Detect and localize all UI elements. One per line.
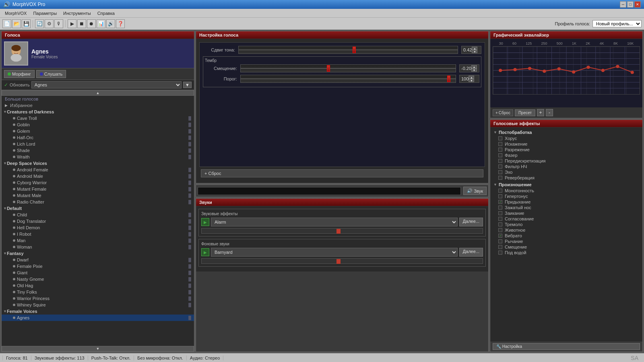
sound-button[interactable]: 🔊 Звук (463, 187, 487, 195)
bg-volume-slider[interactable] (201, 258, 483, 264)
list-item-hell-demon[interactable]: Hell Demon ▐▌ (2, 224, 194, 231)
list-item-wraith[interactable]: Wraith ▐▌ (2, 154, 194, 160)
distortion-checkbox[interactable] (498, 142, 502, 146)
threshold-up-btn[interactable]: ▲ (469, 76, 474, 79)
tremolo-checkbox[interactable] (498, 222, 502, 226)
offset-up-btn[interactable]: ▲ (471, 65, 477, 68)
effects-volume-slider[interactable] (201, 228, 483, 234)
list-item-cave-troll[interactable]: Cave Troll ▐▌ (2, 115, 194, 121)
maximize-button[interactable]: □ (627, 1, 634, 8)
list-item-mutant-female[interactable]: Mutant Female ▐▌ (2, 186, 194, 192)
category-female-voices[interactable]: ▼ Female Voices (2, 308, 194, 315)
list-item-old-hag[interactable]: Old Hag ▐▌ (2, 282, 194, 289)
morph-button[interactable]: Морфинг (4, 70, 35, 78)
pitch-up-btn[interactable]: ▲ (472, 47, 477, 50)
echo-checkbox[interactable] (498, 170, 502, 174)
animal-checkbox[interactable] (498, 228, 502, 232)
bg-more-btn[interactable]: Далее... (459, 248, 483, 257)
update-select[interactable]: Agnes (31, 81, 182, 88)
pitch-thumb[interactable] (353, 47, 356, 53)
toolbar-btn-9[interactable]: ⏺ (87, 19, 96, 28)
list-item-dog-translator[interactable]: Dog Translator ▐▌ (2, 218, 194, 224)
shift-checkbox[interactable] (498, 245, 502, 249)
list-item-android-male[interactable]: Android Male ▐▌ (2, 173, 194, 179)
pitch-down-btn[interactable]: ▼ (472, 50, 477, 53)
more-voices-item[interactable]: Больше голосов (2, 96, 194, 102)
list-item-i-robot[interactable]: I Robot ▐▌ (2, 231, 194, 237)
growl-checkbox[interactable] (498, 239, 502, 243)
agreement-checkbox[interactable] (498, 217, 502, 221)
listen-button[interactable]: Слушать (36, 70, 66, 78)
toolbar-btn-11[interactable]: 🔊 (106, 19, 115, 28)
favorites-item[interactable]: ▶ Избранное (2, 102, 194, 109)
list-item-goblin[interactable]: Goblin ▐▌ (2, 121, 194, 128)
effects-slider-thumb[interactable] (336, 229, 341, 234)
list-item-woman[interactable]: Woman ▐▌ (2, 244, 194, 250)
offset-slider[interactable] (240, 64, 456, 72)
offset-thumb[interactable] (327, 65, 330, 72)
update-arrow[interactable]: ▼ (183, 82, 192, 88)
eq-plus-btn[interactable]: + (537, 109, 544, 116)
list-item-cyborg-warrior[interactable]: Cyborg Warrior ▐▌ (2, 179, 194, 186)
list-item-lich-lord[interactable]: Lich Lord ▐▌ (2, 141, 194, 147)
minimize-button[interactable]: ─ (620, 1, 626, 8)
list-item-female-pixie[interactable]: Female Pixie ▐▌ (2, 263, 194, 269)
list-item-giant[interactable]: Giant ▐▌ (2, 269, 194, 276)
underwater-checkbox[interactable] (498, 251, 502, 255)
stutter-checkbox[interactable] (498, 211, 502, 215)
hypertone-checkbox[interactable] (498, 194, 502, 198)
reverb-checkbox[interactable] (498, 176, 502, 180)
toolbar-btn-2[interactable]: 📂 (12, 19, 21, 28)
category-default[interactable]: ▼ Default (2, 205, 194, 212)
effects-select[interactable]: Alarm (211, 218, 458, 226)
toolbar-btn-5[interactable]: ⚙ (45, 19, 54, 28)
bg-select[interactable]: Barnyard (211, 248, 458, 257)
list-item-child[interactable]: Child ▐▌ (2, 212, 194, 218)
scroll-down-arrow[interactable]: ▼ (2, 346, 194, 352)
list-item-radio-chatter[interactable]: Radio Chatter ▐▌ (2, 199, 194, 205)
toolbar-btn-8[interactable]: ⏹ (77, 19, 86, 28)
list-item-mutant-male[interactable]: Mutant Male ▐▌ (2, 192, 194, 199)
effects-play-btn[interactable]: ▶ (201, 218, 209, 226)
toolbar-btn-3[interactable]: 💾 (22, 19, 31, 28)
rarefaction-checkbox[interactable] (498, 148, 502, 152)
lowpass-checkbox[interactable] (498, 165, 502, 169)
list-item-nasty-gnome[interactable]: Nasty Gnome ▐▌ (2, 276, 194, 282)
list-item-agnes[interactable]: Agnes ▐▌ (2, 315, 194, 321)
pitch-slider[interactable] (238, 46, 458, 54)
list-item-shade[interactable]: Shade ▐▌ (2, 147, 194, 154)
menu-params[interactable]: Параметры (30, 10, 60, 16)
close-button[interactable]: ✕ (634, 1, 641, 8)
category-creatures[interactable]: ▼ Creatures of Darkness (2, 109, 194, 115)
profile-select[interactable]: Новый профиль... (592, 20, 642, 27)
list-item-golem[interactable]: Golem ▐▌ (2, 128, 194, 134)
chorus-checkbox[interactable] (498, 136, 502, 140)
toolbar-btn-6[interactable]: 🎙 (54, 19, 63, 28)
bg-play-btn[interactable]: ▶ (201, 248, 209, 256)
eq-grid[interactable] (493, 46, 640, 95)
menu-morphvox[interactable]: MorphVOX (2, 10, 30, 16)
toolbar-btn-1[interactable]: 📄 (2, 19, 11, 28)
settings-reset-btn[interactable]: + Сброс (201, 169, 483, 177)
menu-tools[interactable]: Инструменты (60, 10, 94, 16)
category-deepspace[interactable]: ▼ Deep Space Voices (2, 160, 194, 167)
eq-minus-btn[interactable]: - (546, 109, 553, 116)
vibrato-checkbox[interactable]: ✓ (498, 234, 502, 238)
offset-down-btn[interactable]: ▼ (471, 68, 477, 72)
scroll-up-arrow[interactable]: ▲ (2, 90, 194, 96)
threshold-down-btn[interactable]: ▼ (469, 79, 474, 82)
list-item-tiny-folks[interactable]: Tiny Folks ▐▌ (2, 289, 194, 295)
toolbar-btn-12[interactable]: ❓ (116, 19, 125, 28)
category-fantasy[interactable]: ▼ Fantasy (2, 250, 194, 257)
list-item-man[interactable]: Man ▐▌ (2, 237, 194, 244)
eq-reset-btn[interactable]: + Сброс (493, 109, 513, 116)
bg-slider-thumb[interactable] (336, 259, 341, 264)
nasal-checkbox[interactable] (498, 206, 502, 210)
effects-settings-btn[interactable]: 🔧 Настройка (493, 343, 640, 350)
menu-help[interactable]: Справка (94, 10, 118, 16)
threshold-slider[interactable] (240, 75, 456, 83)
list-item-warrior-princess[interactable]: Warrior Princess ▐▌ (2, 295, 194, 302)
list-item-half-orc[interactable]: Half-Orc ▐▌ (2, 134, 194, 141)
phaser-checkbox[interactable] (498, 153, 502, 157)
list-item-dwarf[interactable]: Dwarf ▐▌ (2, 257, 194, 263)
